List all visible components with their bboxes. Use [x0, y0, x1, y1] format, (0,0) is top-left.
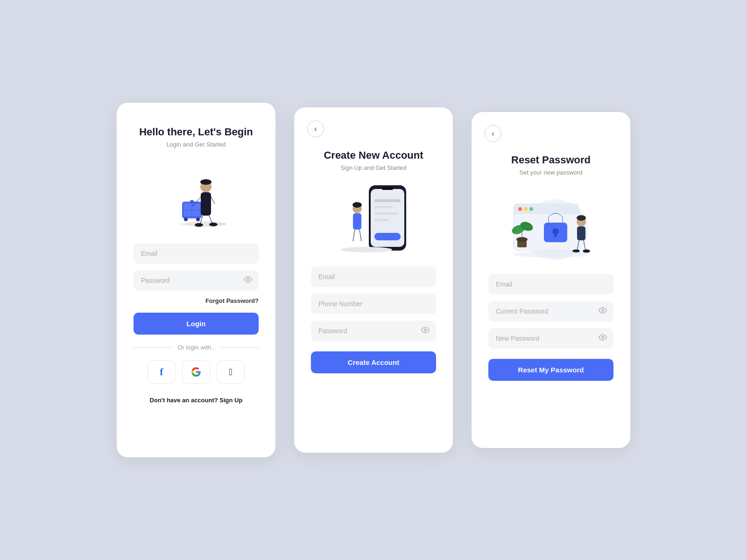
login-title: Hello there, Let's Begin: [139, 126, 253, 138]
apple-login-button[interactable]: : [217, 360, 245, 384]
signup-link[interactable]: Sign Up: [218, 397, 243, 404]
login-button[interactable]: Login: [134, 313, 259, 335]
login-subtitle: Login and Get Started: [166, 141, 226, 148]
svg-rect-27: [374, 233, 401, 240]
reset-title: Reset Password: [511, 154, 591, 166]
current-password-input[interactable]: [488, 301, 613, 322]
register-phone-input[interactable]: [311, 294, 436, 314]
svg-point-30: [352, 202, 362, 208]
svg-point-57: [514, 251, 588, 258]
google-login-button[interactable]: [182, 360, 210, 384]
back-icon: ‹: [314, 124, 317, 134]
google-icon: [191, 367, 201, 377]
svg-rect-8: [201, 192, 211, 216]
svg-point-19: [247, 279, 249, 281]
svg-rect-23: [374, 199, 401, 202]
svg-point-34: [424, 329, 427, 331]
svg-point-33: [341, 247, 392, 252]
apple-icon: : [229, 367, 232, 378]
reset-email-group: [488, 274, 613, 294]
svg-point-6: [184, 217, 188, 221]
password-field-group: [134, 270, 259, 291]
traveler-illustration: [154, 157, 238, 232]
register-eye-toggle-icon[interactable]: [421, 326, 430, 336]
svg-rect-29: [353, 213, 361, 230]
svg-point-15: [195, 223, 203, 227]
email-input[interactable]: [134, 243, 259, 264]
svg-point-16: [209, 223, 218, 226]
svg-line-32: [359, 230, 361, 241]
svg-point-39: [518, 207, 522, 211]
svg-rect-22: [382, 187, 393, 190]
svg-rect-24: [374, 206, 393, 208]
register-password-group: [311, 321, 436, 341]
register-card: ‹ Create New Account Sign Up and Get Sta…: [294, 107, 453, 453]
svg-point-56: [583, 250, 590, 253]
facebook-login-button[interactable]: f: [148, 360, 176, 384]
new-password-eye-icon[interactable]: [599, 333, 607, 343]
login-card: Hello there, Let's Begin Login and Get S…: [117, 103, 275, 457]
svg-rect-44: [554, 231, 557, 237]
signup-prompt: Don't have an account? Sign Up: [150, 397, 243, 404]
forgot-password-link[interactable]: Forgot Password?: [134, 297, 259, 304]
svg-rect-25: [374, 212, 398, 215]
register-email-group: [311, 266, 436, 287]
reset-header: Reset Password Set your new password: [511, 154, 591, 185]
register-phone-group: [311, 294, 436, 314]
password-input[interactable]: [134, 270, 259, 291]
eye-toggle-icon[interactable]: [244, 275, 252, 286]
register-email-input[interactable]: [311, 266, 436, 287]
current-password-eye-icon[interactable]: [599, 306, 607, 316]
social-buttons: f : [148, 360, 245, 384]
svg-point-7: [196, 217, 200, 221]
signup-prompt-text: Don't have an account?: [150, 397, 218, 404]
svg-line-12: [211, 197, 215, 204]
divider-line-left: [134, 347, 172, 348]
reset-password-button[interactable]: Reset My Password: [488, 359, 613, 381]
svg-rect-38: [514, 209, 579, 214]
svg-point-41: [529, 207, 533, 211]
svg-rect-26: [374, 219, 388, 221]
register-title: Create New Account: [324, 149, 423, 161]
svg-point-52: [577, 215, 586, 221]
register-back-button[interactable]: ‹: [307, 120, 324, 137]
reset-email-input[interactable]: [488, 274, 613, 294]
reset-card: ‹ Reset Password Set your new password: [472, 112, 630, 448]
reset-subtitle: Set your new password: [511, 169, 591, 176]
svg-point-10: [200, 179, 211, 185]
new-password-input[interactable]: [488, 328, 613, 349]
register-illustration: [331, 181, 416, 255]
divider-text: Or login with..: [177, 344, 214, 351]
new-password-group: [488, 328, 613, 349]
svg-point-59: [602, 336, 604, 339]
register-password-input[interactable]: [311, 321, 436, 341]
svg-point-58: [602, 309, 604, 312]
reset-back-icon: ‹: [492, 129, 494, 139]
svg-rect-51: [577, 226, 585, 240]
divider-line-right: [220, 347, 259, 348]
register-header: Create New Account Sign Up and Get Start…: [324, 149, 423, 181]
email-field-group: [134, 243, 259, 264]
login-divider: Or login with..: [134, 344, 259, 351]
register-subtitle: Sign Up and Get Started: [324, 164, 423, 171]
current-password-group: [488, 301, 613, 322]
svg-line-31: [353, 230, 355, 241]
svg-point-40: [524, 207, 528, 211]
reset-illustration: [500, 185, 602, 265]
facebook-icon: f: [160, 366, 163, 378]
reset-back-button[interactable]: ‹: [485, 125, 501, 142]
create-account-button[interactable]: Create Account: [311, 351, 436, 373]
